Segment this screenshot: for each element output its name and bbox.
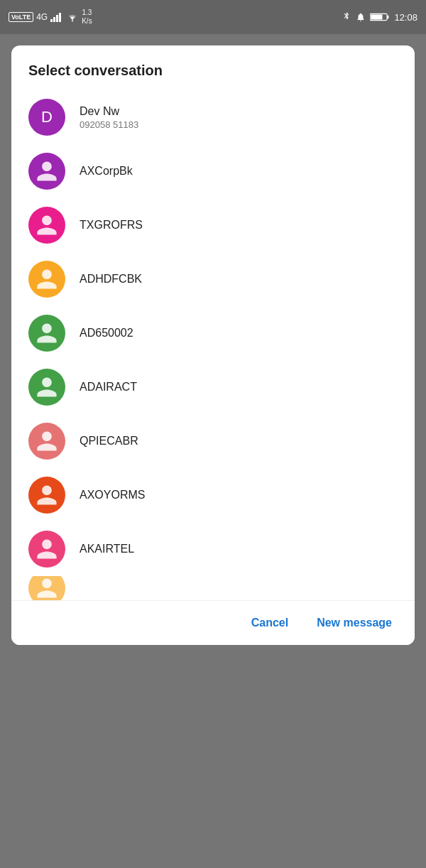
svg-rect-6: [388, 16, 389, 19]
signal-4g: 4G: [36, 12, 48, 22]
dialog-title: Select conversation: [28, 63, 398, 79]
list-item[interactable]: [11, 576, 415, 600]
contact-name: ADHDFCBK: [80, 273, 398, 286]
person-icon: [35, 321, 59, 345]
contact-name: AD650002: [80, 327, 398, 340]
avatar: [28, 423, 65, 460]
status-right: 12:08: [342, 12, 417, 23]
new-message-button[interactable]: New message: [305, 609, 403, 636]
avatar: [28, 315, 65, 352]
cancel-button[interactable]: Cancel: [240, 609, 300, 636]
battery-icon: [370, 12, 390, 22]
contact-info: AXOYORMS: [80, 489, 398, 501]
person-icon: [35, 483, 59, 507]
svg-rect-2: [56, 15, 58, 22]
list-item[interactable]: AXCorpBk: [11, 144, 415, 198]
contact-info: QPIECABR: [80, 435, 398, 447]
svg-rect-3: [59, 13, 61, 22]
status-bar: VoLTE 4G 1.3K/s: [0, 0, 426, 34]
avatar: [28, 576, 65, 600]
contact-info: AKAIRTEL: [80, 543, 398, 555]
svg-rect-1: [53, 17, 55, 22]
status-left: VoLTE 4G 1.3K/s: [9, 9, 92, 26]
avatar: [28, 531, 65, 568]
list-item[interactable]: QPIECABR: [11, 414, 415, 468]
select-conversation-dialog: Select conversation DDev Nw092058 51183A…: [11, 45, 415, 645]
wifi-icon: [66, 12, 79, 22]
dialog-header: Select conversation: [11, 45, 415, 90]
dialog-overlay: Select conversation DDev Nw092058 51183A…: [0, 34, 426, 868]
contact-info: ADAIRACT: [80, 381, 398, 394]
person-icon: [35, 576, 59, 600]
contact-info: ADHDFCBK: [80, 273, 398, 286]
person-icon: [35, 537, 59, 561]
contact-number: 092058 51183: [80, 119, 398, 130]
signal-bars-icon: [50, 12, 63, 22]
person-icon: [35, 213, 59, 237]
person-icon: [35, 375, 59, 399]
bluetooth-icon: [342, 12, 351, 22]
list-item[interactable]: ADAIRACT: [11, 360, 415, 414]
contact-info: AXCorpBk: [80, 165, 398, 178]
svg-rect-0: [50, 19, 53, 22]
contact-info: Dev Nw092058 51183: [80, 105, 398, 130]
contact-info: AD650002: [80, 327, 398, 340]
avatar: [28, 369, 65, 406]
svg-point-4: [72, 20, 73, 21]
person-icon: [35, 267, 59, 291]
list-item[interactable]: AD650002: [11, 306, 415, 360]
list-item[interactable]: ADHDFCBK: [11, 252, 415, 306]
list-item[interactable]: TXGROFRS: [11, 198, 415, 252]
person-icon: [35, 429, 59, 453]
dialog-footer: Cancel New message: [11, 600, 415, 645]
contact-name: Dev Nw: [80, 105, 398, 118]
contact-name: AKAIRTEL: [80, 543, 398, 555]
avatar: [28, 261, 65, 298]
contact-name: ADAIRACT: [80, 381, 398, 394]
contact-name: TXGROFRS: [80, 219, 398, 232]
conversation-list[interactable]: DDev Nw092058 51183AXCorpBkTXGROFRSADHDF…: [11, 90, 415, 600]
silent-icon: [356, 12, 366, 22]
volte-badge: VoLTE: [9, 12, 33, 22]
contact-name: AXOYORMS: [80, 489, 398, 501]
avatar: [28, 477, 65, 514]
contact-name: AXCorpBk: [80, 165, 398, 178]
contact-info: TXGROFRS: [80, 219, 398, 232]
avatar-letter: D: [41, 108, 53, 126]
avatar: D: [28, 99, 65, 136]
list-item[interactable]: AKAIRTEL: [11, 522, 415, 576]
list-item[interactable]: DDev Nw092058 51183: [11, 90, 415, 144]
avatar: [28, 153, 65, 190]
avatar: [28, 207, 65, 244]
time-display: 12:08: [394, 12, 417, 23]
network-speed: 1.3K/s: [82, 9, 92, 26]
person-icon: [35, 159, 59, 183]
list-item[interactable]: AXOYORMS: [11, 468, 415, 522]
contact-name: QPIECABR: [80, 435, 398, 447]
svg-rect-7: [371, 15, 383, 20]
